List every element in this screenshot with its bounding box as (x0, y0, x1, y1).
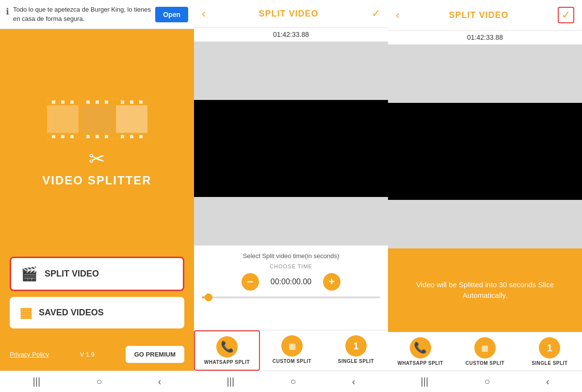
tab-whatsapp-split-1[interactable]: 📞 WHATSAPP SPLIT (194, 330, 260, 371)
orange-message: Video will be Splitted into 30 seconds S… (396, 279, 574, 301)
choose-time-label: CHOOSE TIME (202, 263, 380, 269)
nav-home-icon-2[interactable]: ○ (290, 376, 296, 387)
bottom-bar: Privacy Policy V 1.9 GO PREMIUM (0, 338, 194, 371)
confirm-button-1[interactable]: ✓ (372, 7, 380, 20)
nav-menu-icon[interactable]: ||| (33, 376, 41, 387)
custom-icon-1: ▦ (281, 335, 303, 357)
split-controls-orange: Video will be Splitted into 30 seconds S… (388, 248, 582, 332)
video-player-2 (388, 103, 582, 200)
tab-whatsapp-split-2[interactable]: 📞 WHATSAPP SPLIT (388, 332, 453, 371)
nav-bar-2: ||| ○ ‹ (194, 371, 388, 392)
whatsapp-tab-label-1: WHATSAPP SPLIT (204, 359, 250, 365)
panel-main-app: ℹ Todo lo que te apetezca de Burger King… (0, 0, 194, 392)
tab-custom-split-1[interactable]: ▦ CUSTOM SPLIT (260, 330, 324, 371)
tab-bar-1: 📞 WHATSAPP SPLIT ▦ CUSTOM SPLIT 1 SINGLE… (194, 330, 388, 371)
split-title-2: SPLIT VIDEO (449, 10, 508, 20)
ad-text: Todo lo que te apetezca de Burger King, … (13, 5, 155, 23)
nav-home-icon-3[interactable]: ○ (484, 376, 490, 387)
split-header-2: ‹ SPLIT VIDEO ✓ (388, 0, 582, 31)
video-preview-bottom-2 (388, 200, 582, 248)
tab-single-split-1[interactable]: 1 SINGLE SPLIT (324, 330, 388, 371)
split-label: Select Split video time(in seconds) (202, 252, 380, 260)
split-video-icon: 🎬 (21, 266, 38, 282)
time-decrease-button[interactable]: − (242, 273, 259, 291)
tab-bar-2: 📞 WHATSAPP SPLIT ▦ CUSTOM SPLIT 1 SINGLE… (388, 332, 582, 371)
timestamp-1: 01:42:33.88 (194, 28, 388, 42)
video-preview-bottom-1 (194, 197, 388, 245)
whatsapp-tab-label-2: WHATSAPP SPLIT (397, 360, 443, 366)
timestamp-2: 01:42:33.88 (388, 31, 582, 45)
tab-custom-split-2[interactable]: ▦ CUSTOM SPLIT (453, 332, 517, 371)
saved-videos-button[interactable]: ▦ SAVED VIDEOS (10, 297, 184, 328)
app-title: VIDEO SPLITTER (42, 174, 151, 187)
time-increase-button[interactable]: + (323, 273, 340, 291)
progress-bar-1 (202, 296, 380, 298)
whatsapp-icon-2: 📞 (410, 337, 431, 359)
custom-icon-2: ▦ (474, 337, 496, 359)
panel-split-video-2: ‹ SPLIT VIDEO ✓ 01:42:33.88 Video will b… (388, 0, 582, 392)
time-display: 00:00:00.00 (267, 278, 315, 286)
single-icon-2: 1 (539, 337, 560, 359)
split-video-label: SPLIT VIDEO (45, 269, 99, 279)
single-tab-label-1: SINGLE SPLIT (338, 359, 374, 364)
nav-back-icon-3[interactable]: ‹ (546, 376, 550, 387)
video-preview-top-2 (388, 45, 582, 103)
film-card-1 (47, 98, 79, 140)
time-control: − 00:00:00.00 + (202, 273, 380, 291)
nav-home-icon[interactable]: ○ (96, 376, 102, 387)
panel-split-video-1: ‹ SPLIT VIDEO ✓ 01:42:33.88 Select Split… (194, 0, 388, 392)
ad-open-button[interactable]: Open (155, 7, 188, 22)
ad-banner: ℹ Todo lo que te apetezca de Burger King… (0, 0, 194, 29)
film-card-2 (81, 98, 113, 140)
split-video-button[interactable]: 🎬 SPLIT VIDEO (10, 257, 184, 291)
app-hero: ✂ VIDEO SPLITTER (0, 29, 194, 257)
ad-content: ℹ Todo lo que te apetezca de Burger King… (6, 5, 155, 23)
menu-section: 🎬 SPLIT VIDEO ▦ SAVED VIDEOS (0, 257, 194, 338)
single-icon-1: 1 (345, 335, 367, 357)
nav-menu-icon-3[interactable]: ||| (421, 376, 429, 387)
film-strip-visual (47, 98, 147, 140)
progress-dot-1[interactable] (205, 294, 212, 301)
custom-tab-label-1: CUSTOM SPLIT (273, 359, 311, 364)
scissors-icon: ✂ (89, 147, 105, 170)
video-player-1 (194, 100, 388, 197)
tab-single-split-2[interactable]: 1 SINGLE SPLIT (517, 332, 582, 371)
split-header-1: ‹ SPLIT VIDEO ✓ (194, 0, 388, 28)
nav-back-icon-2[interactable]: ‹ (352, 376, 356, 387)
saved-videos-icon: ▦ (19, 305, 32, 321)
privacy-policy-link[interactable]: Privacy Policy (10, 351, 49, 358)
nav-bar-1: ||| ○ ‹ (0, 371, 194, 392)
back-button-2[interactable]: ‹ (396, 8, 400, 22)
nav-bar-3: ||| ○ ‹ (388, 371, 582, 392)
back-button-1[interactable]: ‹ (202, 7, 206, 20)
whatsapp-icon-1: 📞 (216, 336, 238, 358)
ad-icon: ℹ (6, 6, 9, 17)
version-text: V 1.9 (80, 351, 95, 358)
confirm-button-2[interactable]: ✓ (558, 7, 574, 23)
custom-tab-label-2: CUSTOM SPLIT (466, 360, 504, 366)
video-preview-top-1 (194, 42, 388, 100)
nav-back-icon[interactable]: ‹ (158, 376, 162, 387)
split-title-1: SPLIT VIDEO (259, 9, 318, 19)
split-controls-1: Select Split video time(in seconds) CHOO… (194, 245, 388, 330)
nav-menu-icon-2[interactable]: ||| (227, 376, 235, 387)
film-card-3 (116, 98, 147, 140)
go-premium-button[interactable]: GO PREMIUM (126, 346, 184, 363)
single-tab-label-2: SINGLE SPLIT (532, 360, 567, 366)
saved-videos-label: SAVED VIDEOS (39, 308, 104, 318)
